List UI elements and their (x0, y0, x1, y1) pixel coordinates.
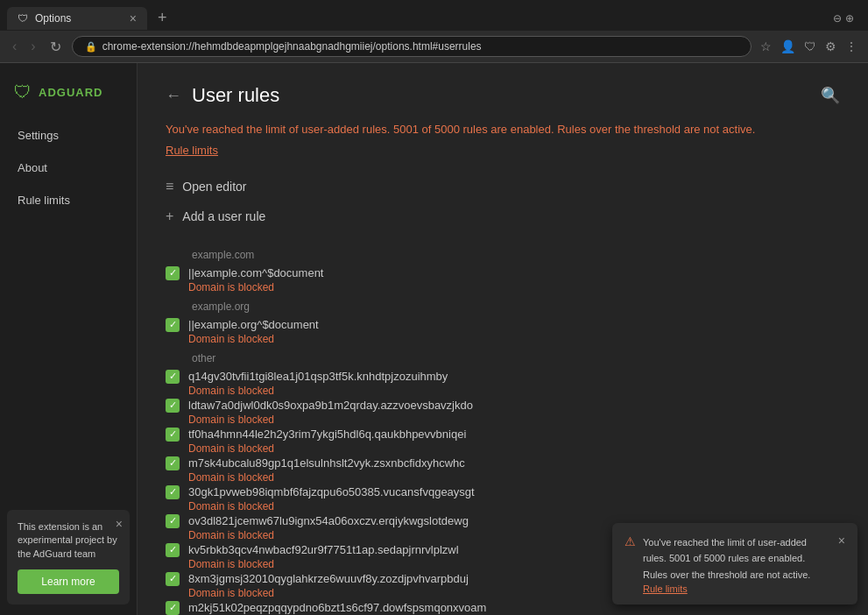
rule-row: ✓tf0ha4hmn44le2h2y3rim7ykgi5hdl6q.qaukbh… (166, 428, 840, 442)
tab-title: Options (35, 12, 124, 25)
popup-close-button[interactable]: × (116, 517, 123, 531)
sidebar: 🛡 ADGUARD Settings About Rule limits × T… (0, 63, 138, 615)
url-text: chrome-extension://hehmdbdeapmplgejhnaab… (102, 40, 482, 53)
rule-text: kv5rbkb3qcv4nwbacf92ur9f7751t1ap.sedapjr… (188, 543, 459, 556)
rule-text: q14gv30tvfii1tgi8lea1j01qsp3tf5k.knhdtpj… (188, 370, 448, 383)
rules-section: example.com✓||example.com^$documentDomai… (166, 249, 840, 293)
profile-icon[interactable]: 👤 (779, 38, 797, 55)
new-tab-button[interactable]: + (151, 5, 174, 31)
rule-item: ✓m7sk4ubcalu89gp1q1elsulnhslt2vyk.zsxnbc… (166, 456, 840, 484)
bookmark-icon[interactable]: ☆ (759, 38, 773, 55)
browser-chrome: 🛡 Options × + ⊖ ⊕ ‹ › ↻ 🔒 chrome-extensi… (0, 0, 868, 63)
bottom-notification: ⚠ You've reached the limit of user-added… (612, 523, 857, 604)
rule-checkbox[interactable]: ✓ (166, 514, 180, 528)
address-bar: ‹ › ↻ 🔒 chrome-extension://hehmdbdeapmpl… (0, 31, 868, 63)
browser-window-controls: ⊖ ⊕ (826, 9, 861, 28)
rule-status: Domain is blocked (166, 385, 840, 397)
open-editor-label: Open editor (182, 180, 246, 194)
header-left: ← User rules (166, 84, 279, 107)
menu-icon[interactable]: ⋮ (843, 38, 859, 55)
sidebar-item-about[interactable]: About (4, 152, 133, 183)
rule-item: ✓30gk1pvweb98iqmbf6fajzqpu6o50385.vucans… (166, 485, 840, 512)
rule-row: ✓q14gv30tvfii1tgi8lea1j01qsp3tf5k.knhdtp… (166, 370, 840, 384)
sidebar-nav: Settings About Rule limits (0, 120, 137, 216)
rule-row: ✓ldtaw7a0djwl0dk0s9oxpa9b1m2qrday.azzvoe… (166, 399, 840, 413)
rule-checkbox[interactable]: ✓ (166, 428, 180, 442)
notification-text: You've reached the limit of user-added r… (643, 537, 810, 580)
rule-status: Domain is blocked (166, 281, 840, 293)
rules-section: example.org✓||example.org^$documentDomai… (166, 300, 840, 345)
rule-status: Domain is blocked (166, 333, 840, 345)
learn-more-button[interactable]: Learn more (18, 569, 119, 594)
add-rule-label: Add a user rule (182, 209, 265, 223)
add-rule-action[interactable]: + Add a user rule (166, 205, 840, 228)
rule-text: ||example.org^$document (188, 318, 319, 331)
rule-checkbox[interactable]: ✓ (166, 318, 180, 332)
notification-warning-icon: ⚠ (625, 534, 636, 548)
rule-text: 8xm3jgmsj32010qyglahkrze6wuuvf8y.zozdjpv… (188, 572, 469, 585)
rule-checkbox[interactable]: ✓ (166, 485, 180, 499)
section-label: example.org (166, 300, 840, 313)
editor-icon: ≡ (166, 179, 173, 194)
app: 🛡 ADGUARD Settings About Rule limits × T… (0, 63, 868, 615)
tab-bar: 🛡 Options × + ⊖ ⊕ (0, 0, 868, 31)
rule-checkbox[interactable]: ✓ (166, 543, 180, 557)
warning-text: You've reached the limit of user-added r… (166, 121, 840, 138)
back-button[interactable]: ‹ (9, 37, 20, 56)
browser-extension-icons: ☆ 👤 🛡 ⚙ ⋮ (759, 38, 859, 55)
check-icon: ✓ (169, 371, 177, 382)
adguard-shield-icon: 🛡 (14, 82, 32, 102)
sidebar-item-settings[interactable]: Settings (4, 120, 133, 151)
back-button[interactable]: ← (166, 87, 181, 105)
rule-item: ✓q14gv30tvfii1tgi8lea1j01qsp3tf5k.knhdtp… (166, 370, 840, 397)
forward-button[interactable]: › (27, 37, 39, 56)
rule-checkbox[interactable]: ✓ (166, 456, 180, 470)
rule-text: tf0ha4hmn44le2h2y3rim7ykgi5hdl6q.qaukbhp… (188, 428, 466, 441)
rule-checkbox[interactable]: ✓ (166, 399, 180, 413)
search-icon[interactable]: 🔍 (821, 86, 840, 105)
rule-row: ✓30gk1pvweb98iqmbf6fajzqpu6o50385.vucans… (166, 485, 840, 499)
rule-text: ldtaw7a0djwl0dk0s9oxpa9b1m2qrday.azzvoev… (188, 399, 473, 412)
rule-item: ✓ldtaw7a0djwl0dk0s9oxpa9b1m2qrday.azzvoe… (166, 399, 840, 426)
maximize-icon[interactable]: ⊕ (845, 12, 854, 25)
notification-close-button[interactable]: × (838, 534, 845, 548)
check-icon: ✓ (169, 486, 177, 498)
rule-status: Domain is blocked (166, 500, 840, 512)
notification-rule-limits-link[interactable]: Rule limits (643, 583, 828, 594)
section-label: other (166, 352, 840, 364)
reload-button[interactable]: ↻ (46, 37, 65, 57)
active-tab[interactable]: 🛡 Options × (7, 7, 147, 30)
rule-status: Domain is blocked (166, 442, 840, 455)
rule-checkbox[interactable]: ✓ (166, 266, 180, 280)
rule-row: ✓m7sk4ubcalu89gp1q1elsulnhslt2vyk.zsxnbc… (166, 456, 840, 470)
check-icon: ✓ (169, 573, 177, 584)
lock-icon: 🔒 (85, 41, 97, 53)
section-label: example.com (166, 249, 840, 261)
rule-row: ✓||example.com^$document (166, 266, 840, 280)
rule-item: ✓||example.com^$documentDomain is blocke… (166, 266, 840, 293)
notification-body: You've reached the limit of user-added r… (643, 534, 828, 594)
add-icon: + (166, 209, 173, 224)
tab-close-button[interactable]: × (130, 12, 137, 25)
page-header: ← User rules 🔍 (166, 84, 840, 107)
tab-favicon: 🛡 (18, 12, 30, 25)
rule-checkbox[interactable]: ✓ (166, 572, 180, 586)
rule-limits-link[interactable]: Rule limits (166, 144, 218, 157)
rule-status: Domain is blocked (166, 414, 840, 426)
check-icon: ✓ (169, 428, 177, 440)
logo: 🛡 ADGUARD (0, 70, 137, 120)
extensions-icon[interactable]: ⚙ (823, 38, 838, 55)
url-bar[interactable]: 🔒 chrome-extension://hehmdbdeapmplgejhna… (72, 36, 752, 57)
actions-list: ≡ Open editor + Add a user rule (166, 175, 840, 228)
check-icon: ✓ (169, 602, 177, 613)
sidebar-popup: × This extension is an experimental proj… (7, 510, 130, 604)
rule-item: ✓tf0ha4hmn44le2h2y3rim7ykgi5hdl6q.qaukbh… (166, 428, 840, 455)
sidebar-item-rule-limits[interactable]: Rule limits (4, 185, 133, 216)
rule-text: m2kj51k02peqzpqqypdno6bzt1s6cf97.dowfsps… (188, 601, 486, 614)
rule-checkbox[interactable]: ✓ (166, 601, 180, 615)
open-editor-action[interactable]: ≡ Open editor (166, 175, 840, 198)
rule-checkbox[interactable]: ✓ (166, 370, 180, 384)
rule-text: 30gk1pvweb98iqmbf6fajzqpu6o50385.vucansf… (188, 485, 475, 498)
shield-extension-icon[interactable]: 🛡 (802, 38, 818, 55)
minimize-icon[interactable]: ⊖ (833, 12, 842, 25)
